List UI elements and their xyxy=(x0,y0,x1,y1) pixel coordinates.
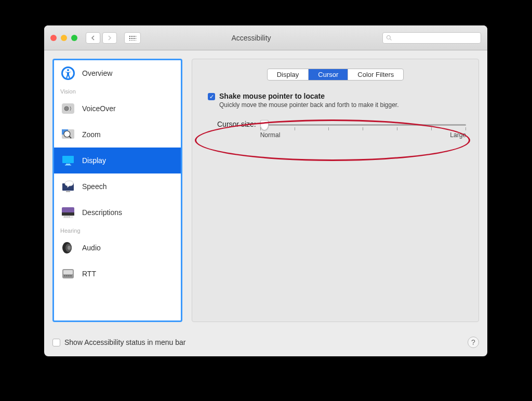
tab-color-filters[interactable]: Color Filters xyxy=(348,69,403,80)
titlebar: Accessibility xyxy=(44,25,487,50)
audio-icon xyxy=(60,240,76,256)
sidebar-item-label: VoiceOver xyxy=(82,104,116,113)
main-panel: Display Cursor Color Filters ✓ Shake mou… xyxy=(192,59,479,322)
slider-min-label: Normal xyxy=(260,131,281,139)
forward-button[interactable] xyxy=(102,32,117,44)
sidebar-item-speech[interactable]: Speech xyxy=(54,173,181,199)
search-icon xyxy=(386,35,392,41)
show-status-checkbox[interactable] xyxy=(52,339,60,346)
sidebar-item-label: RTT xyxy=(82,270,96,278)
sidebar-item-label: Overview xyxy=(82,69,112,77)
svg-rect-26 xyxy=(63,270,73,274)
sidebar-item-label: Display xyxy=(82,156,106,165)
svg-point-4 xyxy=(67,69,69,71)
tab-group: Display Cursor Color Filters xyxy=(267,69,404,81)
nav-buttons xyxy=(86,32,117,44)
footer: Show Accessibility status in menu bar ? xyxy=(52,337,479,348)
sidebar-category-vision: Vision xyxy=(54,86,181,96)
svg-rect-15 xyxy=(66,191,70,192)
slider-max-label: Large xyxy=(450,131,466,139)
sidebar-item-zoom[interactable]: Zoom xyxy=(54,122,181,148)
svg-rect-27 xyxy=(64,275,65,276)
cursor-size-slider[interactable]: Normal Large xyxy=(260,121,466,139)
shake-pointer-checkbox[interactable]: ✓ xyxy=(208,93,215,100)
sidebar[interactable]: Overview Vision VoiceOver Zoom Display xyxy=(52,59,182,322)
rtt-icon xyxy=(60,266,76,282)
sidebar-item-label: Audio xyxy=(82,244,101,252)
window-controls xyxy=(50,35,77,41)
sidebar-category-hearing: Hearing xyxy=(54,225,181,235)
sidebar-item-audio[interactable]: Audio xyxy=(54,235,181,261)
sidebar-item-label: Speech xyxy=(82,182,107,191)
shake-pointer-label: Shake mouse pointer to locate xyxy=(219,92,399,100)
cursor-size-label: Cursor size: xyxy=(217,120,256,128)
sidebar-item-rtt[interactable]: RTT xyxy=(54,261,181,287)
descriptions-icon xyxy=(60,205,76,220)
sidebar-item-overview[interactable]: Overview xyxy=(54,60,181,86)
sidebar-item-voiceover[interactable]: VoiceOver xyxy=(54,96,181,122)
sidebar-item-label: Descriptions xyxy=(82,208,122,217)
window-title: Accessibility xyxy=(125,34,377,42)
svg-rect-13 xyxy=(65,165,71,166)
zoom-window-button[interactable] xyxy=(71,35,77,41)
display-icon xyxy=(60,153,76,168)
svg-point-20 xyxy=(66,217,68,218)
minimize-window-button[interactable] xyxy=(61,35,67,41)
show-status-label: Show Accessibility status in menu bar xyxy=(64,338,185,346)
voiceover-icon xyxy=(60,101,76,116)
sidebar-item-descriptions[interactable]: Descriptions xyxy=(54,199,181,225)
shake-pointer-description: Quickly move the mouse pointer back and … xyxy=(219,101,399,109)
svg-point-19 xyxy=(64,217,65,218)
tab-cursor[interactable]: Cursor xyxy=(309,69,348,80)
svg-rect-17 xyxy=(62,212,74,216)
tab-display[interactable]: Display xyxy=(268,69,309,80)
help-button[interactable]: ? xyxy=(468,337,479,348)
svg-rect-30 xyxy=(70,275,72,276)
zoom-icon xyxy=(60,127,76,142)
accessibility-prefpane: Accessibility Overview Vision VoiceOver xyxy=(44,25,487,356)
speech-icon xyxy=(60,179,76,194)
svg-rect-12 xyxy=(66,164,70,165)
search-field[interactable] xyxy=(382,32,481,44)
svg-rect-28 xyxy=(66,275,68,276)
svg-point-0 xyxy=(387,35,391,39)
back-button[interactable] xyxy=(86,32,100,44)
close-window-button[interactable] xyxy=(50,35,57,41)
svg-point-6 xyxy=(64,106,69,111)
svg-line-1 xyxy=(390,38,392,40)
svg-point-24 xyxy=(68,246,71,250)
sidebar-item-label: Zoom xyxy=(82,130,101,139)
slider-thumb[interactable] xyxy=(260,120,269,130)
svg-point-21 xyxy=(69,217,70,218)
accessibility-icon xyxy=(60,65,76,81)
sidebar-item-display[interactable]: Display xyxy=(54,148,181,173)
svg-rect-11 xyxy=(62,156,74,163)
svg-rect-29 xyxy=(68,275,70,276)
